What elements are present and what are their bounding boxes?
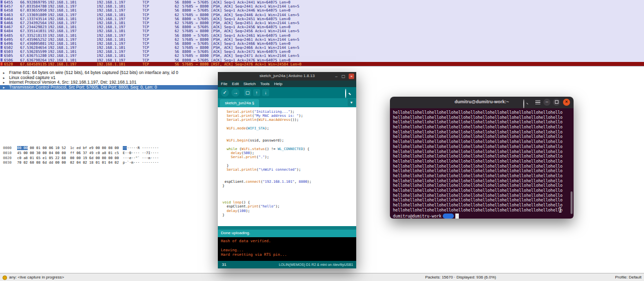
code-line [222,188,356,192]
menu-item-help[interactable]: Help [274,82,282,86]
save-button[interactable]: ↓ [262,89,269,96]
search-icon [523,99,524,109]
console-line: Hash of data verified. [221,239,353,243]
terminal-output-line: hellohellohellohellohellohellohellohello… [393,183,574,188]
expand-arrow-icon[interactable]: ▸ [3,76,5,81]
hex-offset: 0010 [3,151,17,156]
terminal-output-line: hellohellohellohellohellohellohellohello… [393,130,574,135]
upload-button[interactable]: → [231,89,239,97]
prompt-row: dumitru@dumitru-work [393,213,574,219]
row-marker-icon [1,1,3,4]
hex-row[interactable]: 000000 00 00 01 00 06 10 52 1c ed bf e9 … [3,146,159,151]
hex-ascii: ·······R ········ [123,146,159,150]
search-button[interactable] [523,100,529,106]
hex-dump-pane[interactable]: 000000 00 00 01 00 06 10 52 1c ed bf e9 … [3,146,159,166]
hex-row[interactable]: 003070 02 60 08 6d dd 00 00 02 04 02 18 … [3,161,159,166]
row-marker-icon [1,25,3,28]
packet-row[interactable]: 645767.033584780192.168.1.197192.168.1.1… [0,4,644,8]
packet-row[interactable]: 652067.684589135192.168.1.197192.168.1.1… [0,62,644,66]
expand-arrow-icon[interactable]: ▸ [3,71,5,76]
packet-row[interactable]: 648567.335218133192.168.1.101192.168.1.1… [0,33,644,37]
detail-line[interactable]: ▸Linux cooked capture v1 [0,76,218,81]
code-editor[interactable]: Serial.print("Initializing..."); Serial.… [218,107,356,226]
serial-monitor-button[interactable] [345,89,352,97]
tab-dropdown-button[interactable]: ▼ [348,99,355,106]
hex-bytes: 00 00 00 01 00 06 10 52 1c ed bf e9 00 0… [17,146,123,151]
minimize-button[interactable]: – [334,74,339,79]
terminal-window: dumitru@dumitru-work:~ – × hellohellohel… [390,97,574,219]
minimize-button[interactable]: – [543,99,550,106]
terminal-output-line: hellohellohellohellohellohellohellohello… [393,120,574,125]
menu-item-edit[interactable]: Edit [232,82,239,86]
menu-item-file[interactable]: File [221,82,227,86]
row-marker-icon [1,58,3,61]
profile-label[interactable]: Profile: Default [615,275,641,279]
capture-status: any: <live capture in progress> [9,275,64,279]
close-button[interactable]: × [349,74,354,79]
packet-row[interactable]: 646667.234392564192.168.1.197192.168.1.1… [0,21,644,25]
hex-bytes: 45 00 00 30 00 04 00 00 ff 06 37 49 c0 a… [17,151,123,156]
terminal-output-line: hellohellohellohellohellohellohellohello… [393,150,574,155]
arduino-console[interactable]: Hash of data verified. Leaving...Hard re… [218,237,356,261]
done-uploading-message: Done uploading. [218,230,356,235]
expert-info-icon[interactable] [3,275,7,280]
packet-row[interactable]: 650367.536285599192.168.1.101192.168.1.1… [0,49,644,53]
packet-row[interactable]: 646367.133691809192.168.1.197192.168.1.1… [0,13,644,17]
detail-line[interactable]: ▸Frame 601: 64 bytes on wire (512 bits),… [0,71,218,76]
hex-row[interactable]: 001045 00 00 30 00 04 00 00 ff 06 37 49 … [3,151,159,156]
packet-row[interactable]: 649567.435965252192.168.1.197192.168.1.1… [0,37,644,41]
new-sketch-button[interactable]: ▢ [244,89,251,96]
maximize-button[interactable]: ▢ [341,74,346,79]
terminal-output-line: hellohellohellohellohellohellohellohello… [393,188,574,193]
row-marker-icon [1,50,3,53]
packet-row[interactable]: 650667.636790264192.168.1.101192.168.1.1… [0,58,644,62]
packet-row[interactable]: 650567.636751280192.168.1.197192.168.1.1… [0,53,644,57]
maximize-icon [555,100,558,104]
code-line: void loop() { [222,200,356,204]
code-line: } [222,164,356,168]
packet-list[interactable]: 645566.932869795192.168.1.101192.168.1.1… [0,0,644,66]
menu-item-sketch[interactable]: Sketch [244,82,256,86]
row-marker-icon [1,42,3,45]
tab-sketch[interactable]: sketch_jun24a § [220,99,259,107]
menu-button[interactable] [535,100,540,105]
expand-arrow-icon[interactable]: ▸ [3,80,5,85]
tab-strip: sketch_jun24a § ▼ [218,98,356,107]
terminal-body[interactable]: hellohellohellohellohellohellohellohello… [390,108,574,219]
code-line [222,176,356,180]
detail-line[interactable]: ▸Transmission Control Protocol, Src Port… [0,85,218,90]
terminal-output-line: hellohellohellohellohellohellohellohello… [393,174,574,179]
code-line: Serial.println(WiFi.macAddress()); [222,118,356,122]
packet-detail-pane[interactable]: ▸Frame 601: 64 bytes on wire (512 bits),… [0,71,218,90]
code-line: } [222,184,356,188]
packet-row[interactable]: 645566.932869795192.168.1.101192.168.1.1… [0,0,644,4]
packet-row[interactable]: 648467.335141031192.168.1.197192.168.1.1… [0,29,644,33]
code-line: WiFi.begin(ssid, password); [222,138,356,143]
expand-arrow-icon[interactable]: ▸ [3,85,5,90]
pane-resize-handle[interactable] [218,226,356,230]
terminal-title-bar[interactable]: dumitru@dumitru-work:~ – × [390,97,574,108]
close-button[interactable]: × [563,99,570,106]
code-line [222,196,356,200]
packet-proto: TCP [142,62,149,66]
detail-line[interactable]: ▸Internet Protocol Version 4, Src: 192.1… [0,80,218,85]
packet-row[interactable]: 645867.033655950192.168.1.101192.168.1.1… [0,8,644,12]
hex-row[interactable]: 0020c0 a8 01 65 e1 05 22 60 00 00 19 6d … [3,156,159,161]
menu-item-tools[interactable]: Tools [260,82,270,86]
console-line: Hard resetting via RTS pin... [221,252,353,257]
packet-row[interactable]: 649667.436005081192.168.1.101192.168.1.1… [0,41,644,45]
verify-button[interactable]: ✓ [221,89,229,97]
packet-row[interactable]: 650267.536284654192.168.1.197192.168.1.1… [0,45,644,49]
detail-text: Internet Protocol Version 4, Src: 192.16… [9,80,136,85]
scrollbar-thumb[interactable] [571,191,573,214]
packet-row[interactable]: 646467.133743514192.168.1.101192.168.1.1… [0,17,644,21]
maximize-button[interactable] [553,99,560,106]
selected-bytes: 00 00 [17,146,28,150]
code-line [222,134,356,138]
packet-row[interactable]: 646767.234429823192.168.1.101192.168.1.1… [0,25,644,29]
open-button[interactable]: ↑ [253,89,260,96]
terminal-output-line: hellohellohellohellohellohellohellohello… [393,145,574,150]
arduino-title-bar[interactable]: sketch_jun24a | Arduino 1.8.13 – ▢ × [218,72,356,81]
prompt-text: dumitru@dumitru-work [393,214,441,219]
code-line: while (WiFi.status() != WL_CONNECTED) { [222,147,356,151]
